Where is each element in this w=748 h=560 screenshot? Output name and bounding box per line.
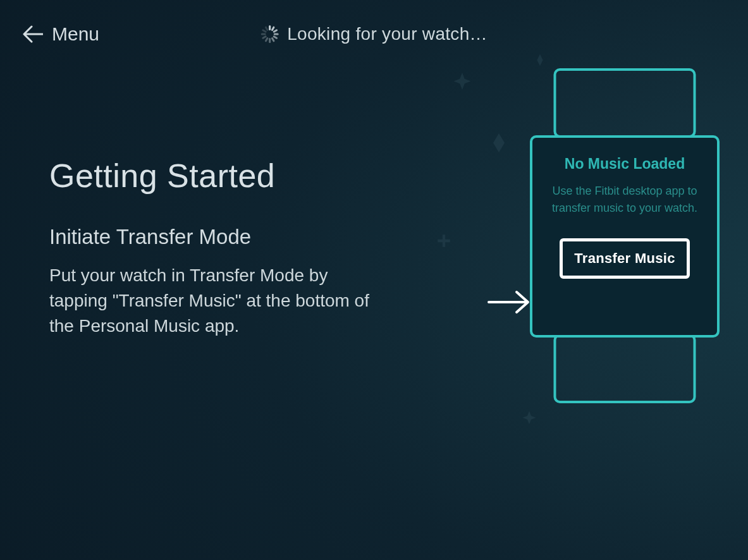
watch-strap-bottom bbox=[554, 334, 696, 403]
watch-illustration: No Music Loaded Use the Fitbit desktop a… bbox=[407, 56, 710, 460]
diamond-icon bbox=[533, 53, 547, 67]
watch-screen: No Music Loaded Use the Fitbit desktop a… bbox=[530, 135, 720, 338]
arrow-right-icon bbox=[487, 289, 532, 315]
page-body: Put your watch in Transfer Mode by tappi… bbox=[49, 263, 391, 338]
page-heading: Getting Started bbox=[49, 157, 441, 195]
status-text: Looking for your watch… bbox=[287, 24, 487, 44]
page-subheading: Initiate Transfer Mode bbox=[49, 225, 441, 249]
star-icon bbox=[451, 71, 474, 94]
watch-screen-title: No Music Loaded bbox=[565, 155, 685, 173]
spinner-icon bbox=[261, 25, 278, 43]
status-indicator: Looking for your watch… bbox=[261, 24, 487, 44]
arrow-left-icon bbox=[23, 25, 43, 43]
transfer-music-button[interactable]: Transfer Music bbox=[560, 238, 689, 279]
star-icon bbox=[520, 410, 538, 427]
watch-strap-top bbox=[554, 68, 696, 138]
plus-icon bbox=[436, 233, 452, 249]
instructions-panel: Getting Started Initiate Transfer Mode P… bbox=[49, 157, 441, 338]
back-menu-button[interactable]: Menu bbox=[23, 23, 99, 45]
diamond-icon bbox=[487, 131, 510, 154]
content: Getting Started Initiate Transfer Mode P… bbox=[0, 68, 748, 338]
watch-screen-subtitle: Use the Fitbit desktop app to transfer m… bbox=[549, 183, 701, 217]
menu-label: Menu bbox=[52, 23, 99, 45]
